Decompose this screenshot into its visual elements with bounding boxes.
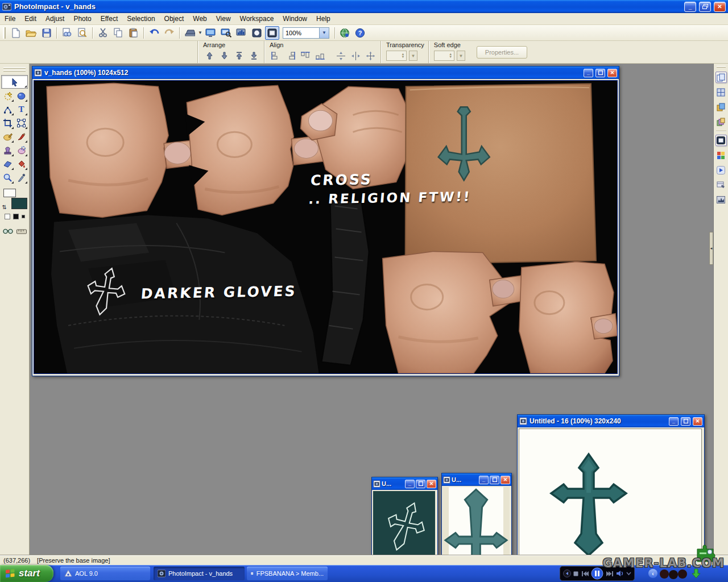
small-right-maximize-button[interactable] (490, 476, 499, 484)
panel-layers-button[interactable] (715, 101, 727, 113)
small-left-canvas[interactable] (373, 491, 435, 555)
small-window-left[interactable]: U... _ ✕ (371, 477, 438, 555)
panel-objects-button[interactable] (715, 116, 727, 127)
background-color-swatch[interactable] (11, 198, 27, 209)
cut-button[interactable] (96, 26, 110, 40)
paste-button[interactable] (126, 26, 140, 40)
small-window-right[interactable]: U... _ ✕ (441, 473, 512, 555)
menu-edit[interactable]: Edit (20, 14, 41, 24)
small-left-maximize-button[interactable] (416, 480, 425, 488)
untitled16-window[interactable]: Untitled - 16 (100%) 320x240 _ ✕ (517, 414, 705, 555)
soft-edge-input[interactable]: ▲▼ (434, 51, 454, 61)
menu-workspace[interactable]: Workspace (235, 14, 279, 24)
align-top-button[interactable] (299, 50, 312, 61)
stop-icon[interactable] (573, 571, 579, 577)
clone-tool[interactable] (1, 144, 14, 157)
small-left-minimize-button[interactable]: _ (405, 480, 415, 488)
text-tool[interactable]: T (15, 103, 28, 116)
send-to-back-button[interactable] (247, 50, 260, 61)
untitled16-close-button[interactable]: ✕ (693, 417, 702, 426)
menu-web[interactable]: Web (188, 14, 211, 24)
foreground-color-swatch[interactable] (3, 189, 16, 197)
small-left-close-button[interactable]: ✕ (427, 480, 436, 488)
doc-close-button[interactable]: ✕ (607, 69, 617, 77)
toolbox-grip[interactable] (3, 67, 26, 69)
undo-button[interactable] (147, 26, 161, 40)
menu-file[interactable]: File (0, 14, 20, 24)
panel-quickcommand-button[interactable] (715, 179, 727, 190)
palette-black-swatch[interactable] (13, 214, 19, 219)
scan-dropdown-arrow[interactable]: ▼ (198, 30, 202, 35)
visual-open-button[interactable] (219, 26, 233, 40)
untitled16-titlebar[interactable]: Untitled - 16 (100%) 320x240 _ ✕ (518, 415, 704, 427)
small-right-minimize-button[interactable]: _ (479, 476, 489, 484)
app-titlebar[interactable]: PhotoImpact - v_hands _ ✕ (0, 0, 728, 13)
mode-switch-button[interactable] (265, 26, 279, 40)
paintbrush-tool[interactable] (15, 130, 28, 143)
player-chevron-icon[interactable] (626, 572, 631, 576)
center-horizontal-button[interactable] (334, 50, 347, 61)
align-left-button[interactable] (270, 50, 282, 61)
palette-small-swatch[interactable] (22, 215, 25, 218)
swap-colors-icon[interactable]: ⇅ (2, 204, 7, 210)
retouch-tool[interactable] (15, 144, 28, 157)
save-button[interactable] (39, 26, 53, 40)
redo-button[interactable] (162, 26, 176, 40)
menu-view[interactable]: View (212, 14, 235, 24)
doc-canvas[interactable]: CROSS .. RELIGION FTW!! DARKER GLOVES (34, 80, 618, 374)
task-photoimpact[interactable]: PhotoImpact - v_hands (154, 567, 245, 580)
menu-photo[interactable]: Photo (69, 14, 96, 24)
fill-tool[interactable] (15, 157, 28, 171)
panel-histogram-button[interactable] (715, 194, 727, 205)
paint-tool[interactable] (1, 130, 14, 143)
untitled16-canvas[interactable] (519, 429, 702, 555)
volume-icon[interactable] (616, 570, 624, 577)
align-right-button[interactable] (284, 50, 297, 61)
panel-easy-palette-button[interactable] (715, 149, 727, 161)
player-menu-icon[interactable] (563, 569, 571, 577)
screen-capture-button[interactable] (204, 26, 218, 40)
center-both-button[interactable] (364, 50, 377, 61)
small-left-titlebar[interactable]: U... _ ✕ (372, 477, 437, 490)
ruler-icon[interactable] (16, 228, 27, 235)
print-preview-button[interactable] (75, 26, 89, 40)
pause-icon[interactable] (591, 567, 603, 580)
restore-button[interactable] (699, 2, 711, 12)
crop-tool[interactable] (1, 117, 14, 130)
new-document-button[interactable] (9, 26, 23, 40)
close-button[interactable]: ✕ (714, 2, 726, 12)
quick-fix-button[interactable] (250, 26, 264, 40)
browse-button[interactable] (60, 26, 74, 40)
small-right-canvas[interactable] (443, 487, 509, 555)
small-right-close-button[interactable]: ✕ (500, 476, 510, 484)
pick-tool[interactable] (1, 75, 28, 89)
panel-cells-button[interactable] (715, 86, 727, 98)
menu-adjust[interactable]: Adjust (41, 14, 69, 24)
toolbar-grip[interactable] (3, 27, 6, 39)
minimize-button[interactable]: _ (684, 2, 696, 12)
copy-button[interactable] (111, 26, 125, 40)
menu-object[interactable]: Object (160, 14, 189, 24)
eyedropper-tool[interactable] (15, 171, 28, 184)
move-backward-button[interactable] (218, 50, 230, 61)
soft-edge-dropdown[interactable]: ▼ (457, 51, 465, 61)
task-browser[interactable]: e FPSBANANA > Memb... (247, 567, 328, 580)
small-right-titlebar[interactable]: U... _ ✕ (442, 473, 511, 486)
untitled16-minimize-button[interactable]: _ (669, 417, 679, 426)
panel-collapse-handle[interactable]: ◄ (709, 232, 713, 265)
panel-switch-button[interactable] (715, 135, 727, 146)
scan-acquire-button[interactable] (183, 26, 197, 40)
preferences-glasses-icon[interactable] (3, 228, 13, 235)
help-button[interactable]: ? (353, 26, 367, 40)
zoom-dropdown-arrow[interactable]: ▼ (319, 28, 329, 38)
doc-maximize-button[interactable] (595, 69, 605, 77)
open-file-button[interactable] (24, 26, 38, 40)
align-bottom-button[interactable] (314, 50, 326, 61)
panel-browse-button[interactable] (715, 72, 727, 83)
move-forward-button[interactable] (203, 50, 216, 61)
previous-track-icon[interactable] (581, 571, 589, 577)
menu-effect[interactable]: Effect (96, 14, 122, 24)
doc-titlebar[interactable]: v_hands (100%) 1024x512 _ ✕ (32, 66, 619, 79)
properties-button[interactable]: Properties... (477, 46, 527, 59)
transparency-dropdown[interactable]: ▼ (409, 51, 417, 61)
